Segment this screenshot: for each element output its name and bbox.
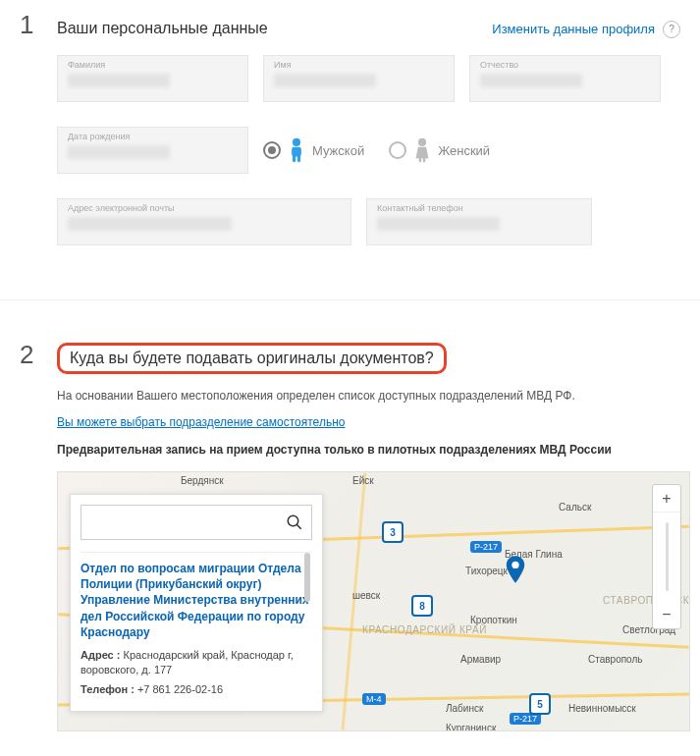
section2-title: Куда вы будете подавать оригиналы докуме…: [70, 350, 434, 366]
map-container[interactable]: М-4 Р-217 Р-217 КРАСНОДАРСКИЙ КРАЙ СТАВР…: [57, 471, 690, 731]
city-armavir: Армавир: [460, 654, 501, 665]
city-labinsk: Лабинск: [446, 703, 483, 714]
pilot-note: Предварительная запись на прием доступна…: [57, 443, 680, 457]
svg-point-8: [288, 515, 298, 526]
svg-point-0: [293, 138, 300, 146]
highlighted-title: Куда вы будете подавать оригиналы докуме…: [57, 343, 447, 374]
city-salsk: Сальск: [559, 502, 591, 513]
edit-profile-link[interactable]: Изменить данные профиля: [492, 22, 655, 36]
location-info-text: На основании Вашего местоположения опред…: [57, 389, 680, 403]
section-divider: [0, 299, 700, 300]
section-personal-data: 1 Ваши персональные данные Изменить данн…: [0, 0, 700, 290]
map-search-panel: Отдел по вопросам миграции Отдела Полици…: [70, 494, 323, 712]
svg-rect-3: [297, 155, 300, 162]
search-input[interactable]: [89, 515, 286, 530]
zoom-slider[interactable]: [653, 513, 680, 601]
zoom-controls: + −: [652, 484, 681, 629]
patronymic-label: Отчество: [480, 60, 650, 70]
city-shevsk: шевск: [352, 590, 380, 601]
name-label: Имя: [274, 60, 444, 70]
svg-rect-6: [423, 157, 425, 162]
address-label: Адрес :: [81, 649, 120, 661]
email-field[interactable]: Адрес электронной почты: [57, 198, 351, 245]
phone-field[interactable]: Контактный телефон: [366, 198, 592, 245]
male-icon: [287, 137, 306, 163]
gender-male-label: Мужской: [312, 143, 364, 158]
svg-point-7: [512, 562, 518, 568]
road-badge-r217a: Р-217: [470, 541, 502, 553]
dob-value: [68, 145, 170, 159]
patronymic-value: [480, 74, 582, 87]
email-label: Адрес электронной почты: [68, 203, 341, 213]
search-box[interactable]: [81, 505, 312, 540]
map-pin-icon[interactable]: [505, 556, 526, 577]
surname-label: Фамилия: [68, 60, 238, 70]
choose-manual-link[interactable]: Вы можете выбрать подразделение самостоя…: [57, 415, 345, 429]
section1-title: Ваши персональные данные: [57, 20, 492, 37]
name-field[interactable]: Имя: [263, 55, 455, 102]
phone-value: [377, 217, 500, 231]
radio-icon: [389, 141, 406, 159]
result-phone: Телефон : +7 861 226-02-16: [81, 682, 312, 697]
dob-field[interactable]: Дата рождения: [57, 127, 248, 174]
section1-header: 1 Ваши персональные данные Изменить данн…: [20, 10, 680, 40]
dob-label: Дата рождения: [68, 132, 238, 141]
phone-label: Контактный телефон: [377, 203, 581, 213]
female-icon: [412, 137, 432, 163]
svg-line-9: [296, 524, 301, 529]
result-title[interactable]: Отдел по вопросам миграции Отдела Полици…: [81, 561, 312, 640]
zoom-out-button[interactable]: −: [653, 601, 680, 628]
gender-female-option[interactable]: Женский: [389, 137, 490, 163]
name-value: [274, 74, 376, 87]
section-documents-location: 2 Куда вы будете подавать оригиналы доку…: [0, 330, 700, 751]
svg-point-4: [418, 138, 426, 146]
city-tikhoretsk: Тихорецк: [465, 566, 508, 576]
gender-group: Мужской Женский: [263, 137, 490, 163]
map-cluster-8[interactable]: 8: [411, 595, 433, 617]
svg-rect-5: [419, 157, 421, 162]
surname-field[interactable]: Фамилия: [57, 55, 248, 102]
svg-rect-2: [293, 155, 296, 162]
svg-rect-1: [292, 147, 301, 157]
scrollbar[interactable]: [304, 553, 310, 701]
step-number-1: 1: [20, 10, 39, 40]
gender-female-label: Женский: [438, 143, 490, 158]
fields-area: Фамилия Имя Отчество Дата рождения: [20, 55, 680, 245]
road-badge-m4: М-4: [362, 693, 386, 705]
map-cluster-3[interactable]: 3: [382, 521, 404, 543]
result-address: Адрес : Краснодарский край, Краснодар г,…: [81, 648, 312, 678]
map-cluster-5[interactable]: 5: [529, 693, 551, 715]
city-kurganinsk: Курганинск: [446, 723, 496, 731]
region-krasnodar: КРАСНОДАРСКИЙ КРАЙ: [362, 624, 487, 635]
city-berdyansk: Бердянск: [181, 475, 224, 486]
radio-icon: [263, 141, 281, 159]
gender-male-option[interactable]: Мужской: [263, 137, 364, 163]
result-list[interactable]: Отдел по вопросам миграции Отдела Полици…: [81, 552, 312, 701]
search-icon: [286, 513, 303, 531]
step-number-2: 2: [20, 340, 39, 370]
phone-label: Телефон :: [81, 683, 135, 695]
city-stavropol-city: Ставрополь: [588, 654, 643, 665]
city-nevinnomyssk: Невинномысск: [568, 703, 636, 714]
city-yeysk: Ейск: [352, 475, 374, 486]
surname-value: [68, 74, 170, 87]
city-kropotkin: Кропоткин: [470, 615, 517, 625]
section2-header: 2 Куда вы будете подавать оригиналы доку…: [20, 340, 680, 374]
patronymic-field[interactable]: Отчество: [469, 55, 661, 102]
phone-value: +7 861 226-02-16: [137, 683, 223, 695]
help-icon[interactable]: ?: [663, 21, 680, 38]
zoom-in-button[interactable]: +: [653, 485, 680, 513]
email-value: [68, 217, 232, 231]
